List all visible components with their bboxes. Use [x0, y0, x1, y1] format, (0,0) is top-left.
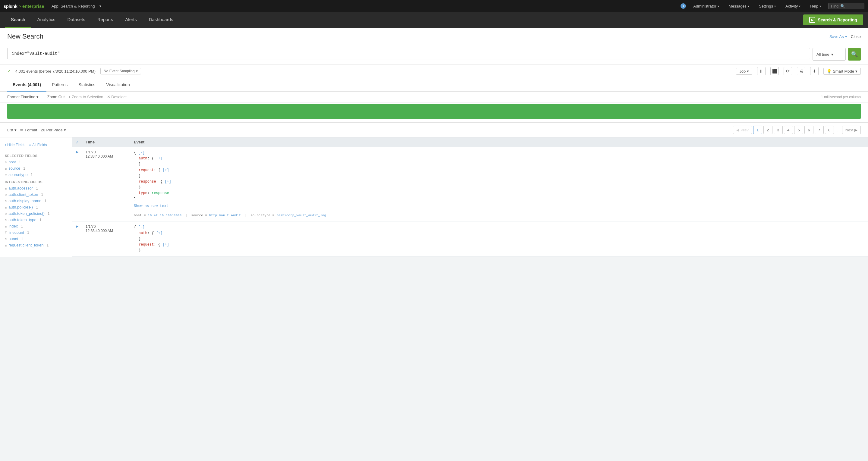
nav-analytics[interactable]: Analytics [31, 12, 61, 28]
search-button[interactable]: 🔍 [848, 48, 861, 61]
play-icon: ▶ [809, 17, 815, 23]
expand-button-2[interactable]: ▶ [72, 221, 82, 256]
app-dropdown-arrow[interactable]: ▾ [99, 4, 101, 8]
field-auth-token-policies[interactable]: a auth.token_policies{} 1 [0, 210, 72, 217]
zoom-out-button[interactable]: — Zoom Out [42, 95, 64, 99]
hide-fields-button[interactable]: ‹ Hide Fields [5, 143, 25, 147]
format-button[interactable]: ✏ Format [20, 128, 37, 132]
page-1-button[interactable]: 1 [753, 126, 762, 134]
field-request-client-token[interactable]: a request.client_token 1 [0, 242, 72, 248]
deselect-button: ✕ Deselect [107, 95, 127, 99]
nav-search[interactable]: Search [5, 12, 31, 28]
stop-button[interactable]: ⬛ [770, 67, 779, 75]
zoom-selection-button: + Zoom to Selection [68, 95, 103, 99]
tab-patterns[interactable]: Patterns [46, 78, 73, 92]
list-chevron: ▾ [14, 128, 17, 132]
timeline-chart[interactable] [7, 104, 861, 119]
settings-chevron: ▾ [774, 4, 776, 8]
settings-menu[interactable]: Settings ▾ [756, 3, 778, 10]
job-button[interactable]: Job ▾ [736, 68, 752, 75]
tab-statistics[interactable]: Statistics [73, 78, 101, 92]
save-as-button[interactable]: Save As ▾ [830, 34, 847, 39]
info-icon[interactable]: i [681, 3, 686, 9]
selected-fields-title: SELECTED FIELDS [0, 152, 72, 159]
table-row: ▶ 1/1/70 12:33:40.000 AM { [-] auth: { [… [72, 221, 868, 257]
help-menu[interactable]: Help ▾ [808, 3, 824, 10]
field-sourcetype[interactable]: a sourcetype 1 [0, 172, 72, 178]
prev-button[interactable]: ◀ Prev [733, 126, 752, 134]
find-box[interactable]: Find 🔍 [828, 3, 864, 9]
search-input[interactable] [7, 48, 810, 59]
activity-menu[interactable]: Activity ▾ [783, 3, 803, 10]
timeline-scale: 1 millisecond per column [821, 95, 861, 99]
page-4-button[interactable]: 4 [784, 126, 793, 134]
field-auth-display-name[interactable]: a auth.display_name 1 [0, 198, 72, 204]
table-row: ▶ 1/1/70 12:33:40.000 AM { [-] auth: { [… [72, 147, 868, 221]
nav-datasets[interactable]: Datasets [61, 12, 91, 28]
enterprise-wordmark: enterprise [22, 4, 44, 9]
page-3-button[interactable]: 3 [774, 126, 783, 134]
admin-menu[interactable]: Administrator ▾ [691, 3, 721, 10]
tab-events[interactable]: Events (4,001) [7, 78, 46, 92]
table-header: i Time Event [72, 137, 868, 147]
header-actions: Save As ▾ Close [830, 34, 861, 39]
search-reporting-button[interactable]: ▶ Search & Reporting [803, 14, 863, 25]
event-content-2: { [-] auth: { [+] } request: { [+] } [130, 221, 868, 256]
interesting-fields-title: INTERESTING FIELDS [0, 178, 72, 185]
format-timeline-button[interactable]: Format Timeline ▾ [7, 95, 38, 99]
splunk-wordmark: splunk [4, 4, 17, 9]
nav-dashboards[interactable]: Dashboards [143, 12, 179, 28]
field-auth-accessor[interactable]: a auth.accessor 1 [0, 185, 72, 191]
secondary-nav: Search Analytics Datasets Reports Alerts… [0, 12, 868, 28]
tabs-bar: Events (4,001) Patterns Statistics Visua… [0, 78, 868, 92]
col-event: Event [130, 137, 868, 147]
all-fields-button[interactable]: ≡ All Fields [29, 143, 47, 147]
messages-menu[interactable]: Messages ▾ [726, 3, 752, 10]
nav-reports[interactable]: Reports [91, 12, 119, 28]
help-chevron: ▾ [819, 4, 821, 8]
close-button[interactable]: Close [851, 34, 861, 39]
event-content-1: { [-] auth: { [+] } request: { [+] } res… [130, 147, 868, 221]
page-dots: ... [835, 128, 841, 132]
app-name[interactable]: App: Search & Reporting [52, 4, 95, 8]
field-host[interactable]: a host 1 [0, 159, 72, 165]
download-button[interactable]: ⬇ [810, 67, 818, 75]
field-auth-token-type[interactable]: a auth.token_type 1 [0, 217, 72, 223]
messages-chevron: ▾ [748, 4, 749, 8]
time-picker[interactable]: All time ▾ [812, 48, 846, 61]
pause-button[interactable]: ⏸ [757, 67, 766, 75]
event-time-2: 1/1/70 12:33:40.000 AM [82, 221, 130, 256]
field-punct[interactable]: a punct 1 [0, 236, 72, 242]
page-7-button[interactable]: 7 [815, 126, 824, 134]
smart-mode-chevron: ▾ [855, 69, 858, 73]
smart-mode-button[interactable]: 💡 Smart Mode ▾ [824, 68, 861, 75]
page-6-button[interactable]: 6 [804, 126, 813, 134]
page-2-button[interactable]: 2 [764, 126, 772, 134]
find-search-icon: 🔍 [840, 4, 845, 8]
refresh-button[interactable]: ⟳ [784, 67, 792, 75]
search-reporting-label: Search & Reporting [818, 18, 857, 22]
print-button[interactable]: 🖨 [797, 67, 805, 75]
admin-chevron: ▾ [718, 4, 719, 8]
list-button[interactable]: List ▾ [7, 128, 17, 132]
field-index[interactable]: a index 1 [0, 223, 72, 229]
page-header: New Search Save As ▾ Close [0, 28, 868, 44]
field-linecount[interactable]: # linecount 1 [0, 229, 72, 236]
expand-button-1[interactable]: ▶ [72, 147, 82, 221]
col-time: Time [82, 137, 130, 147]
tab-visualization[interactable]: Visualization [101, 78, 135, 92]
status-bar: ✓ 4,001 events (before 7/3/20 11:24:10.0… [0, 64, 868, 78]
next-button[interactable]: Next ▶ [842, 126, 861, 134]
sampling-button[interactable]: No Event Sampling ▾ [100, 68, 141, 74]
field-auth-policies[interactable]: a auth.policies{} 1 [0, 204, 72, 210]
sidebar: ‹ Hide Fields ≡ All Fields SELECTED FIEL… [0, 137, 72, 257]
show-raw-1[interactable]: Show as raw text [134, 204, 864, 209]
field-auth-client-token[interactable]: a auth.client_token 1 [0, 191, 72, 198]
per-page-button[interactable]: 20 Per Page ▾ [41, 128, 66, 132]
page-5-button[interactable]: 5 [794, 126, 803, 134]
event-meta-1: host = 10.42.10.100:8088 | source = http… [134, 211, 864, 218]
page-8-button[interactable]: 8 [825, 126, 834, 134]
splunk-logo[interactable]: splunk > enterprise [4, 4, 44, 9]
nav-alerts[interactable]: Alerts [119, 12, 143, 28]
field-source[interactable]: a source 1 [0, 165, 72, 172]
